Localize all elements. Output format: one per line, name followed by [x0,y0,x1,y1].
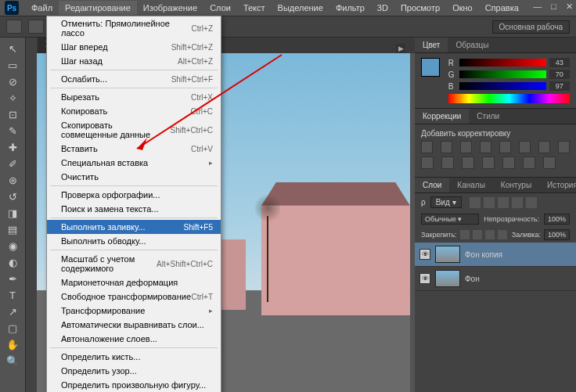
tab-channels[interactable]: Каналы [449,178,493,192]
layer-thumbnail[interactable] [435,270,460,287]
photo-filter-adj-icon[interactable] [558,141,570,153]
gradient-map-adj-icon[interactable] [523,156,535,169]
opacity-input[interactable]: 100% [544,214,570,225]
exposure-adj-icon[interactable] [480,141,491,153]
menu-item[interactable]: Автоматически выравнивать слои... [47,318,221,332]
menubar-item-редактирование[interactable]: Редактирование [59,1,137,15]
layer-filter-type[interactable]: Вид ▾ [430,196,462,208]
menu-item[interactable]: Поиск и замена текста... [47,202,221,216]
vibrance-adj-icon[interactable] [499,141,511,153]
channel-mixer-adj-icon[interactable] [421,156,434,169]
menu-item[interactable]: Отменить: Прямолинейное лассоCtrl+Z [47,16,221,40]
posterize-adj-icon[interactable] [482,156,495,169]
g-value[interactable]: 70 [549,70,570,79]
color-lookup-adj-icon[interactable] [441,156,454,169]
tab-layers[interactable]: Слои [415,178,449,192]
selection-mode-icon[interactable] [28,20,44,34]
blend-mode-select[interactable]: Обычные ▾ [421,214,479,225]
lock-all-icon[interactable] [498,230,507,239]
zoom-tool-icon[interactable]: 🔍 [2,353,23,369]
pen-tool-icon[interactable]: ✒ [2,271,23,286]
layer-row[interactable]: 👁Фон [415,267,576,291]
tab-swatches[interactable]: Образцы [448,38,496,52]
menu-item[interactable]: Скопировать совмещенные данныеShift+Ctrl… [47,118,221,142]
type-tool-icon[interactable]: T [2,287,23,303]
bw-adj-icon[interactable] [538,141,550,153]
tab-history[interactable]: История [539,178,576,192]
menu-item[interactable]: Специальная вставка▸ [47,156,221,170]
menubar-item-слои[interactable]: Слои [203,1,237,15]
fill-input[interactable]: 100% [544,229,570,240]
menu-item[interactable]: ВырезатьCtrl+X [47,90,221,104]
layer-row[interactable]: 👁Фон копия [415,243,576,267]
menu-item[interactable]: Определить произвольную фигуру... [47,378,221,392]
layer-thumbnail[interactable] [435,246,460,263]
menu-item[interactable]: Определить кисть... [47,350,221,364]
history-brush-icon[interactable]: ↺ [2,189,23,204]
brush-tool-icon[interactable]: ✐ [2,156,23,171]
lock-pixels-icon[interactable] [473,230,482,239]
menu-item[interactable]: Очистить [47,170,221,184]
gradient-tool-icon[interactable]: ▤ [2,221,23,237]
r-value[interactable]: 43 [549,58,570,67]
menubar-item-окно[interactable]: Окно [446,1,479,15]
filter-pixel-icon[interactable] [470,197,481,208]
menu-item[interactable]: Масштаб с учетом содержимогоAlt+Shift+Ct… [47,252,221,275]
levels-adj-icon[interactable] [441,141,452,153]
menu-item[interactable]: Ослабить...Shift+Ctrl+F [47,72,221,86]
foreground-color-swatch[interactable] [421,58,440,77]
maximize-icon[interactable]: □ [551,2,556,12]
heal-tool-icon[interactable]: ✚ [2,139,23,155]
menu-item[interactable]: ВставитьCtrl+V [47,142,221,156]
filter-type-icon[interactable] [498,197,509,208]
menu-item[interactable]: Выполнить заливку...Shift+F5 [47,220,221,234]
threshold-adj-icon[interactable] [502,156,515,169]
crop-tool-icon[interactable]: ⊡ [2,106,23,122]
r-slider[interactable] [459,59,546,67]
path-tool-icon[interactable]: ↗ [2,304,23,319]
hand-tool-icon[interactable]: ✋ [2,336,23,352]
filter-shape-icon[interactable] [512,197,523,208]
filter-smart-icon[interactable] [526,197,537,208]
shape-tool-icon[interactable]: ▢ [2,320,23,336]
menubar-item-3d[interactable]: 3D [371,1,394,15]
menu-item[interactable]: КопироватьCtrl+C [47,104,221,118]
lock-position-icon[interactable] [485,230,495,239]
layer-visibility-icon[interactable]: 👁 [419,249,430,260]
filter-adj-icon[interactable] [484,197,495,208]
menu-item[interactable]: Выполнить обводку... [47,234,221,248]
g-slider[interactable] [459,70,546,78]
eyedropper-tool-icon[interactable]: ✎ [2,123,23,138]
menubar-item-фильтр[interactable]: Фильтр [329,1,371,15]
stamp-tool-icon[interactable]: ⊛ [2,172,23,188]
marquee-tool-icon[interactable]: ▭ [2,57,23,73]
menu-item[interactable]: Шаг впередShift+Ctrl+Z [47,40,221,54]
menubar-item-изображение[interactable]: Изображение [137,1,203,15]
brightness-adj-icon[interactable] [421,141,433,153]
lasso-tool-icon[interactable]: ⊘ [2,74,23,89]
menubar-item-текст[interactable]: Текст [237,1,272,15]
blur-tool-icon[interactable]: ◉ [2,238,23,254]
menubar-item-просмотр[interactable]: Просмотр [394,1,446,15]
b-slider[interactable] [459,82,546,90]
menu-item[interactable]: Шаг назадAlt+Ctrl+Z [47,54,221,68]
workspace-selector[interactable]: Основная рабоча [492,20,570,34]
selective-color-adj-icon[interactable] [543,156,556,169]
menubar-item-выделение[interactable]: Выделение [272,1,329,15]
layer-visibility-icon[interactable]: 👁 [419,273,430,284]
menu-item[interactable]: Трансформирование▸ [47,304,221,318]
close-icon[interactable]: ✕ [566,2,573,12]
tab-adjustments[interactable]: Коррекции [415,109,469,124]
invert-adj-icon[interactable] [462,156,474,169]
menu-item[interactable]: Свободное трансформированиеCtrl+T [47,290,221,304]
hue-adj-icon[interactable] [519,141,531,153]
collapse-panel-icon[interactable]: ▶ [396,44,405,53]
color-spectrum[interactable] [448,94,570,103]
dodge-tool-icon[interactable]: ◐ [2,254,23,270]
move-tool-icon[interactable]: ↖ [2,41,23,56]
wand-tool-icon[interactable]: ✧ [2,90,23,106]
eraser-tool-icon[interactable]: ◨ [2,205,23,221]
tool-preset-icon[interactable] [6,20,22,34]
lock-transparency-icon[interactable] [460,230,470,239]
minimize-icon[interactable]: — [533,2,542,12]
